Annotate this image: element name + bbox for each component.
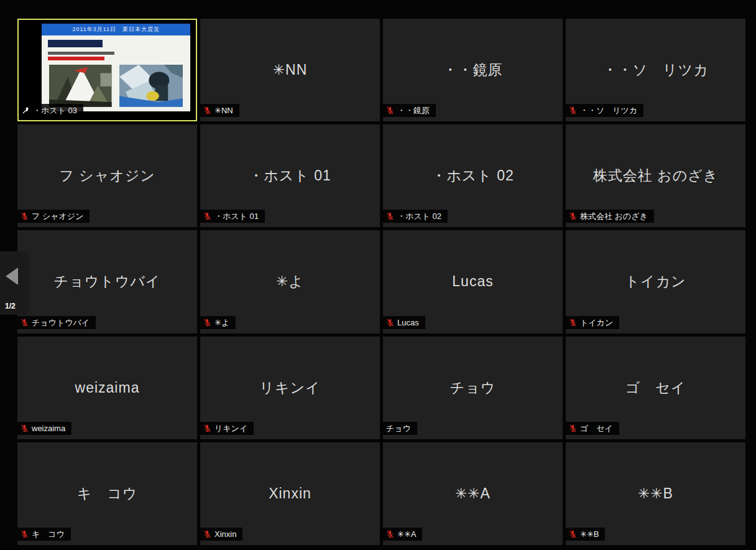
mic-off-icon xyxy=(569,212,577,220)
name-tag: ・ホスト 03 xyxy=(19,104,83,117)
mic-off-icon xyxy=(203,212,211,220)
mic-off-icon xyxy=(21,212,29,220)
participant-tile[interactable]: Lucas Lucas xyxy=(383,230,563,333)
name-tag-label: トイカン xyxy=(580,319,613,327)
participant-tile[interactable]: 2011年3月11日 東日本大震災 xyxy=(17,19,197,121)
mic-off-icon xyxy=(203,424,211,432)
slide-title: 2011年3月11日 東日本大震災 xyxy=(42,24,190,36)
name-tag-label: ・ホスト 01 xyxy=(214,212,259,220)
slide-photo-right xyxy=(119,65,183,107)
mic-off-icon xyxy=(569,424,577,432)
name-tag-label: ✳NN xyxy=(214,106,233,114)
name-tag-label: ✳✳B xyxy=(580,530,599,538)
mic-off-icon xyxy=(21,424,29,432)
participant-tile[interactable]: ・・ソ リツカ ・・ソ リツカ xyxy=(566,19,745,121)
name-tag-label: ✳よ xyxy=(214,319,229,327)
page-indicator: 1/2 xyxy=(5,302,16,310)
participant-tile[interactable]: トイカン トイカン xyxy=(566,230,745,333)
participant-tile[interactable]: チョウトウバイ チョウトウバイ xyxy=(17,230,197,333)
name-tag-label: Lucas xyxy=(397,319,419,327)
name-tag-label: ゴ セイ xyxy=(580,424,613,432)
participant-tile[interactable]: ・・鏡原 ・・鏡原 xyxy=(383,19,563,121)
gallery-prev-page-button[interactable]: 1/2 xyxy=(0,251,29,315)
slide-red-text-line xyxy=(48,57,104,60)
name-tag-label: Xinxin xyxy=(214,530,236,538)
name-tag-label: ✳✳A xyxy=(397,530,416,538)
presentation-slide: 2011年3月11日 東日本大震災 xyxy=(42,24,190,111)
participant-tile[interactable]: ・ホスト 02 ・ホスト 02 xyxy=(383,124,563,227)
name-tag: チョウトウバイ xyxy=(17,316,96,329)
name-tag: Lucas xyxy=(383,316,425,329)
participant-tile[interactable]: 株式会社 おのざき 株式会社 おのざき xyxy=(566,124,745,227)
mic-off-icon xyxy=(203,106,211,114)
name-tag: ✳✳B xyxy=(566,528,605,541)
name-tag-label: ・・ソ リツカ xyxy=(580,106,637,114)
mic-off-icon xyxy=(21,530,29,538)
mic-off-icon xyxy=(569,319,577,327)
pin-icon xyxy=(22,106,30,114)
name-tag: 株式会社 おのざき xyxy=(566,210,654,223)
participant-tile[interactable]: ✳✳B ✳✳B xyxy=(566,442,745,545)
participant-tile[interactable]: リキンイ リキンイ xyxy=(200,337,380,439)
name-tag: ✳✳A xyxy=(383,528,422,541)
name-tag: キ コウ xyxy=(17,528,71,541)
name-tag-label: チョウ xyxy=(386,424,411,432)
mic-off-icon xyxy=(203,319,211,327)
name-tag: Xinxin xyxy=(200,528,242,541)
participant-tile[interactable]: ✳NN ✳NN xyxy=(200,19,380,121)
name-tag-label: キ コウ xyxy=(32,530,65,538)
participant-tile[interactable]: ・ホスト 01 ・ホスト 01 xyxy=(200,124,380,227)
name-tag-label: チョウトウバイ xyxy=(32,319,90,327)
mic-off-icon xyxy=(386,212,394,220)
name-tag: チョウ xyxy=(383,422,417,435)
name-tag: ゴ セイ xyxy=(566,422,619,435)
mic-off-icon xyxy=(386,106,394,114)
name-tag-label: フ シャオジン xyxy=(32,212,83,220)
mic-off-icon xyxy=(386,530,394,538)
participant-tile[interactable]: フ シャオジン フ シャオジン xyxy=(17,124,197,227)
participant-tile[interactable]: weizaima weizaima xyxy=(17,337,197,439)
name-tag-label: 株式会社 おのざき xyxy=(580,212,648,220)
name-tag: リキンイ xyxy=(200,422,254,435)
participant-tile[interactable]: Xinxin Xinxin xyxy=(200,442,380,545)
name-tag-label: ・ホスト 02 xyxy=(397,212,441,220)
participant-tile[interactable]: ✳よ ✳よ xyxy=(200,230,380,333)
participant-tile[interactable]: チョウ チョウ xyxy=(383,337,563,439)
meeting-gallery-view: 2011年3月11日 東日本大震災 xyxy=(0,0,756,550)
left-arrow-icon xyxy=(6,268,18,285)
mic-off-icon xyxy=(569,530,577,538)
mic-off-icon xyxy=(569,106,577,114)
participant-tile[interactable]: ✳✳A ✳✳A xyxy=(383,442,563,545)
name-tag-label: weizaima xyxy=(32,424,65,432)
slide-photo-left xyxy=(49,65,112,107)
mic-off-icon xyxy=(386,319,394,327)
mic-off-icon xyxy=(203,530,211,538)
name-tag-label: ・ホスト 03 xyxy=(33,106,77,114)
participant-tile[interactable]: キ コウ キ コウ xyxy=(17,442,197,545)
participant-grid: 2011年3月11日 東日本大震災 xyxy=(17,19,745,545)
slide-subheading-bar xyxy=(48,40,103,47)
name-tag: フ シャオジン xyxy=(17,210,90,223)
name-tag: ・・鏡原 xyxy=(383,104,436,117)
name-tag: ・ホスト 02 xyxy=(383,210,448,223)
name-tag-label: リキンイ xyxy=(214,424,247,432)
name-tag: ・・ソ リツカ xyxy=(566,104,643,117)
name-tag: weizaima xyxy=(17,422,71,435)
name-tag-label: ・・鏡原 xyxy=(397,106,430,114)
name-tag: ・ホスト 01 xyxy=(200,210,265,223)
name-tag: ✳NN xyxy=(200,104,239,117)
participant-tile[interactable]: ゴ セイ ゴ セイ xyxy=(566,337,745,439)
name-tag: ✳よ xyxy=(200,316,236,329)
mic-off-icon xyxy=(21,319,29,327)
slide-text-line xyxy=(48,52,115,55)
name-tag: トイカン xyxy=(566,316,619,329)
